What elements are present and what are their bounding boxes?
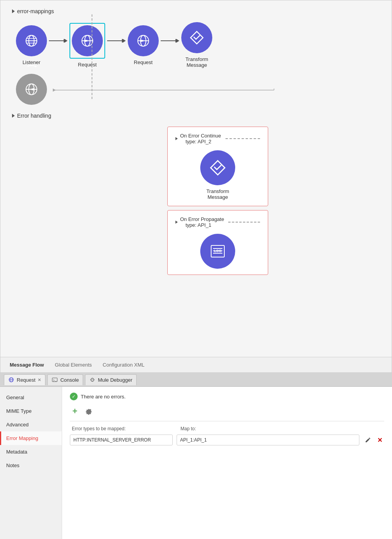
tab-configuration-xml[interactable]: Configuration XML xyxy=(101,361,146,369)
arrow-2 xyxy=(107,39,126,43)
request1-selection-box xyxy=(69,23,105,59)
request2-label: Request xyxy=(134,59,153,65)
transform-circle xyxy=(181,22,212,53)
dashed-separator xyxy=(92,14,92,99)
svg-marker-13 xyxy=(141,40,146,42)
nav-advanced[interactable]: Advanced xyxy=(0,418,62,431)
toolbar-divider xyxy=(70,421,384,421)
panel-tab-console[interactable]: Console xyxy=(47,374,83,385)
svg-rect-31 xyxy=(52,378,57,382)
error-continue-triangle[interactable] xyxy=(175,137,178,140)
listener-circle xyxy=(16,25,47,56)
svg-marker-5 xyxy=(35,65,37,68)
return-arrow xyxy=(53,89,278,108)
console-tab-label: Console xyxy=(60,377,79,383)
request-tab-icon xyxy=(8,377,14,383)
request-tab-close[interactable]: ✕ xyxy=(38,377,41,383)
request1-circle xyxy=(72,25,103,56)
svg-marker-9 xyxy=(85,40,90,42)
error-propagate-title: On Error Propagatetype: API_1 xyxy=(180,216,224,228)
svg-marker-21 xyxy=(53,89,56,92)
settings-icon xyxy=(85,407,93,415)
main-canvas: error-mappings xyxy=(0,0,392,373)
panel-tab-request[interactable]: Request ✕ xyxy=(4,374,45,385)
transform-icon xyxy=(188,29,205,46)
console-tab-icon xyxy=(52,377,58,383)
error-handling-label: Error handling xyxy=(17,113,51,119)
node-transform[interactable]: TransformMessage xyxy=(181,22,212,68)
settings-button[interactable] xyxy=(84,406,94,416)
edit-icon xyxy=(365,437,371,443)
toolbar: + xyxy=(70,406,384,416)
transform-circle-2 xyxy=(200,150,235,185)
log-icon: LOG xyxy=(208,242,227,261)
status-bar: ✓ There are no errors. xyxy=(70,393,384,400)
error-type-input[interactable] xyxy=(70,435,173,445)
panel-tab-debugger[interactable]: Mule Debugger xyxy=(85,374,137,385)
tab-global-elements[interactable]: Global Elements xyxy=(53,361,93,369)
listener-return-icon xyxy=(26,64,37,69)
node-request1[interactable]: Request xyxy=(69,23,105,68)
error-propagate-block: On Error Propagatetype: API_1 LOG xyxy=(167,210,268,275)
error-handling-section: Error handling On Error Continuetype: AP… xyxy=(0,109,392,283)
error-propagate-node[interactable]: LOG xyxy=(175,234,260,269)
nav-error-mapping[interactable]: Error Mapping xyxy=(0,431,62,445)
error-continue-node[interactable]: TransformMessage xyxy=(175,150,260,200)
nav-general[interactable]: General xyxy=(0,391,62,404)
svg-marker-22 xyxy=(211,161,225,175)
transform-label-2: TransformMessage xyxy=(206,188,229,200)
nav-mime-type[interactable]: MIME Type xyxy=(0,404,62,418)
error-continue-title: On Error Continuetype: API_2 xyxy=(180,133,221,144)
globe-icon-listener xyxy=(24,33,39,49)
log-circle: LOG xyxy=(200,234,235,269)
globe-icon-gray xyxy=(24,82,39,97)
canvas-tabs: Message Flow Global Elements Configurati… xyxy=(0,357,392,372)
bottom-panel: Request ✕ Console Mule Debugger General xyxy=(0,373,392,539)
error-propagate-dashed xyxy=(228,222,260,223)
content-area: ✓ There are no errors. + Error types to … xyxy=(62,387,392,539)
error-continue-header: On Error Continuetype: API_2 xyxy=(175,133,260,144)
node-request2[interactable]: Request xyxy=(128,25,159,65)
error-handling-header: Error handling xyxy=(12,113,380,119)
transform-label: TransformMessage xyxy=(186,56,208,68)
arrow-1 xyxy=(49,39,68,43)
error-propagate-header: On Error Propagatetype: API_1 xyxy=(175,216,260,228)
error-mappings-header: error-mappings xyxy=(12,8,380,14)
collapse-triangle-handling[interactable] xyxy=(12,114,15,118)
error-propagate-triangle[interactable] xyxy=(175,221,178,224)
arrow-3 xyxy=(161,39,179,43)
node-listener[interactable]: Listener xyxy=(16,25,47,65)
edit-button[interactable] xyxy=(363,435,373,445)
nav-metadata[interactable]: Metadata xyxy=(0,445,62,459)
svg-marker-14 xyxy=(191,31,203,44)
table-header: Error types to be mapped: Map to: xyxy=(70,426,384,431)
request1-label: Request xyxy=(78,62,97,68)
request2-circle xyxy=(128,25,159,56)
add-button[interactable]: + xyxy=(70,406,80,416)
col-header-error-types: Error types to be mapped: xyxy=(72,426,180,431)
sidebar-nav: General MIME Type Advanced Error Mapping… xyxy=(0,387,62,539)
gray-circle xyxy=(16,74,47,105)
request-tab-label: Request xyxy=(17,377,35,383)
map-to-input[interactable] xyxy=(177,435,359,445)
row-actions: ✕ xyxy=(363,435,384,445)
panel-content: General MIME Type Advanced Error Mapping… xyxy=(0,387,392,539)
col-header-map-to: Map to: xyxy=(180,426,382,431)
error-continue-dashed xyxy=(225,138,260,139)
delete-button[interactable]: ✕ xyxy=(375,435,384,445)
debugger-tab-icon xyxy=(89,377,95,383)
svg-marker-18 xyxy=(29,88,34,90)
error-mappings-label: error-mappings xyxy=(17,8,54,14)
nav-notes[interactable]: Notes xyxy=(0,459,62,472)
svg-text:LOG: LOG xyxy=(214,249,222,253)
panel-tabs-bar: Request ✕ Console Mule Debugger xyxy=(0,373,392,387)
transform-icon-2 xyxy=(208,158,227,177)
status-icon: ✓ xyxy=(70,393,78,400)
gray-node-wrapper xyxy=(16,74,47,105)
collapse-triangle-mappings[interactable] xyxy=(12,9,15,13)
globe-icon-request1 xyxy=(80,33,95,49)
status-message: There are no errors. xyxy=(81,394,126,400)
globe-icon-request2 xyxy=(135,33,151,49)
error-mappings-section: error-mappings xyxy=(0,0,392,113)
tab-message-flow[interactable]: Message Flow xyxy=(8,361,45,369)
